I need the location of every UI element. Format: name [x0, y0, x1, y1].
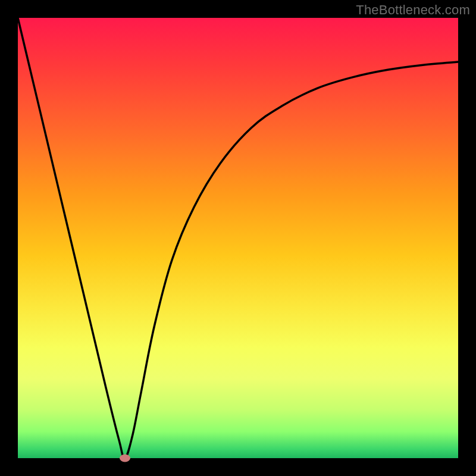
chart-frame: TheBottleneck.com — [0, 0, 476, 476]
bottleneck-curve — [18, 18, 458, 458]
minimum-marker — [120, 455, 130, 462]
plot-area — [18, 18, 458, 458]
attribution-text: TheBottleneck.com — [356, 2, 470, 18]
